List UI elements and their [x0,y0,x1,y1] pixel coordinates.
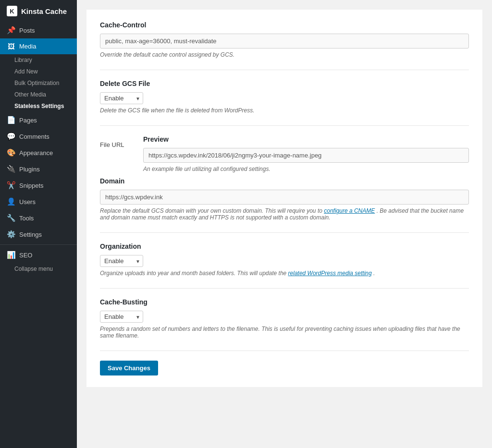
sidebar-item-snippets[interactable]: ✂️ Snippets [0,177,77,194]
comments-icon: 💬 [7,132,15,141]
cache-control-section: Cache-Control Override the default cache… [100,21,469,58]
sidebar-item-label: Snippets [19,182,44,189]
sidebar-item-pages[interactable]: 📄 Pages [0,112,77,128]
delete-gcs-select-wrap: Enable Disable ▼ [100,92,143,104]
sidebar-item-label: Posts [19,27,35,34]
sidebar-logo[interactable]: K Kinsta Cache [0,0,77,22]
posts-icon: 📌 [7,26,15,35]
sidebar-item-posts[interactable]: 📌 Posts [0,22,77,38]
organization-title: Organization [100,242,469,250]
sidebar-sub-other-media[interactable]: Other Media [0,89,77,100]
sidebar-item-tools[interactable]: 🔧 Tools [0,210,77,226]
sidebar-item-users[interactable]: 👤 Users [0,194,77,210]
cache-busting-description: Prepends a random set of numbers and let… [100,326,469,339]
settings-panel: Cache-Control Override the default cache… [86,10,482,387]
sidebar-item-label: Appearance [19,149,53,157]
sidebar-item-label: Media [19,43,36,50]
app-title: Kinsta Cache [21,7,67,15]
sidebar-item-comments[interactable]: 💬 Comments [0,128,77,145]
sidebar-collapse-menu[interactable]: Collapse menu [0,263,77,275]
cache-control-input[interactable] [100,34,469,48]
sidebar-item-label: Tools [19,215,34,222]
appearance-icon: 🎨 [7,148,15,157]
divider-1 [100,70,469,70]
domain-title: Domain [100,177,469,185]
sidebar-item-media[interactable]: 🖼 Media [0,38,77,54]
cache-busting-title: Cache-Busting [100,298,469,306]
sidebar-item-label: Pages [19,117,37,124]
save-changes-button[interactable]: Save Changes [100,361,158,375]
organization-select[interactable]: Enable Disable [100,255,143,267]
organization-section: Organization Enable Disable ▼ Organize u… [100,242,469,277]
cache-control-description: Override the default cache control assig… [100,51,469,58]
kinsta-logo-icon: K [7,6,17,16]
tools-icon: 🔧 [7,214,15,222]
divider-3 [100,232,469,233]
sidebar-sub-add-new[interactable]: Add New [0,66,77,77]
media-icon: 🖼 [7,42,15,50]
cache-busting-select[interactable]: Enable Disable [100,311,143,323]
organization-description: Organize uploads into year and month bas… [100,270,469,277]
domain-section: Domain Replace the default GCS domain wi… [100,177,469,221]
sidebar-item-label: Plugins [19,166,40,173]
users-icon: 👤 [7,197,15,206]
sidebar-divider [0,244,77,245]
divider-2 [100,125,469,126]
file-url-label: File URL [100,135,134,172]
configure-cname-link[interactable]: configure a CNAME [324,207,375,214]
sidebar-item-label: Users [19,198,36,206]
sidebar-item-seo[interactable]: 📊 SEO [0,247,77,263]
file-url-right: Preview An example file url utilizing al… [143,135,469,172]
cache-busting-section: Cache-Busting Enable Disable ▼ Prepends … [100,298,469,339]
divider-5 [100,351,469,351]
sidebar-item-plugins[interactable]: 🔌 Plugins [0,161,77,177]
sidebar-item-label: Comments [19,133,49,140]
preview-input[interactable] [143,148,469,163]
sidebar-item-label: SEO [19,252,32,259]
snippets-icon: ✂️ [7,181,15,190]
plugins-icon: 🔌 [7,165,15,173]
sidebar-sub-stateless-settings[interactable]: Stateless Settings [0,100,77,112]
settings-icon: ⚙️ [7,230,15,239]
sidebar-sub-library[interactable]: Library [0,54,77,66]
delete-gcs-description: Delete the GCS file when the file is del… [100,107,469,114]
domain-input[interactable] [100,190,469,205]
divider-4 [100,288,469,289]
cache-busting-select-wrap: Enable Disable ▼ [100,311,143,323]
sidebar-item-label: Settings [19,231,42,238]
file-url-section: File URL Preview An example file url uti… [100,135,469,172]
delete-gcs-section: Delete GCS File Enable Disable ▼ Delete … [100,80,469,114]
preview-title: Preview [143,135,469,143]
organization-select-wrap: Enable Disable ▼ [100,255,143,267]
sidebar: K Kinsta Cache 📌 Posts 🖼 Media Library A… [0,0,77,448]
delete-gcs-title: Delete GCS File [100,80,469,87]
seo-icon: 📊 [7,251,15,259]
domain-description: Replace the default GCS domain with your… [100,207,469,221]
media-setting-link[interactable]: related WordPress media setting [288,270,372,277]
preview-description: An example file url utilizing all config… [143,166,469,172]
cache-control-title: Cache-Control [100,21,469,29]
sidebar-item-appearance[interactable]: 🎨 Appearance [0,145,77,161]
pages-icon: 📄 [7,116,15,124]
main-content: Cache-Control Override the default cache… [77,0,492,448]
sidebar-item-settings[interactable]: ⚙️ Settings [0,226,77,242]
sidebar-sub-bulk-optimization[interactable]: Bulk Optimization [0,77,77,89]
delete-gcs-select[interactable]: Enable Disable [100,92,143,104]
